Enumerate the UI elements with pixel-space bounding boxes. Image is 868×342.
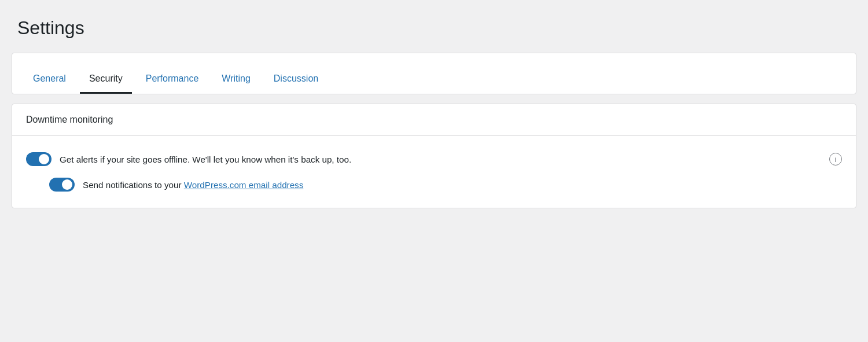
tabs-container: General Security Performance Writing Dis… [12, 53, 856, 94]
alerts-toggle-row: Get alerts if your site goes offline. We… [26, 152, 842, 166]
page-title: Settings [12, 17, 856, 39]
tab-discussion[interactable]: Discussion [264, 63, 328, 94]
tab-general[interactable]: General [24, 63, 75, 94]
tabs-card: General Security Performance Writing Dis… [12, 53, 856, 94]
info-icon[interactable]: i [829, 153, 842, 166]
downtime-monitoring-card: Downtime monitoring Get alerts if your s… [12, 104, 856, 208]
notifications-toggle-row: Send notifications to your WordPress.com… [26, 178, 842, 192]
notifications-toggle-slider [49, 178, 75, 192]
tab-performance[interactable]: Performance [137, 63, 208, 94]
section-body: Get alerts if your site goes offline. We… [12, 136, 856, 208]
notifications-label-prefix: Send notifications to your [83, 180, 184, 190]
notifications-toggle-label: Send notifications to your WordPress.com… [83, 180, 303, 190]
section-title: Downtime monitoring [12, 104, 856, 136]
alerts-toggle-label: Get alerts if your site goes offline. We… [60, 155, 351, 164]
alerts-toggle[interactable] [26, 152, 52, 166]
info-symbol: i [835, 155, 837, 164]
tab-security[interactable]: Security [80, 63, 132, 94]
alerts-toggle-slider [26, 152, 52, 166]
notifications-toggle[interactable] [49, 178, 75, 192]
tab-writing[interactable]: Writing [212, 63, 260, 94]
wordpress-email-link[interactable]: WordPress.com email address [184, 180, 304, 190]
